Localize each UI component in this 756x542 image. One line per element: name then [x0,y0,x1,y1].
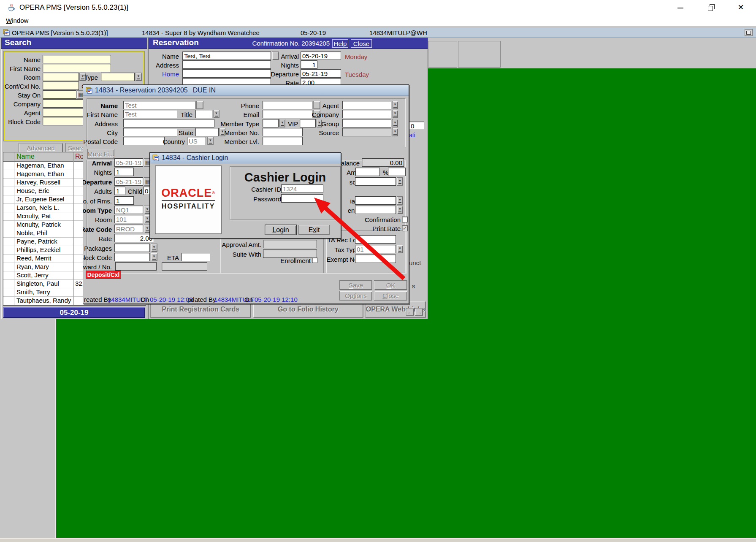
din-city-input[interactable] [123,128,177,136]
din-rms-input[interactable] [114,196,134,205]
guest-name-cell[interactable]: Noble, Phil [16,229,47,237]
din-vip-input[interactable] [300,119,316,127]
din-adults-input[interactable] [114,187,125,195]
row-selector-cell[interactable] [3,238,14,246]
din-email-input[interactable] [263,110,312,118]
din-specials-input[interactable] [355,196,396,205]
cashier-id-input[interactable] [281,184,323,193]
save-button[interactable]: Save [339,280,372,290]
row-selector-cell[interactable] [3,305,14,306]
din-name-button[interactable] [196,101,203,109]
din-printrate-checkbox[interactable]: ✓ [402,225,408,231]
search-firstname-input[interactable] [43,64,111,72]
din-tarecloc-input[interactable] [355,235,396,244]
nav-back-button[interactable]: ← [406,308,414,316]
din-approvalamt-input[interactable] [263,240,317,248]
guest-name-cell[interactable]: Singleton, Paul [16,280,59,287]
row-selector-cell[interactable] [3,280,14,288]
exit-button[interactable]: Exit [298,225,330,235]
due-in-titlebar[interactable]: 14834 - Reservation 20394205 DUE IN [83,85,409,96]
guest-name-cell[interactable]: Ryan, Mary [16,263,49,271]
resv-nights-input[interactable] [301,60,317,69]
din-ratecode-input[interactable] [114,225,143,233]
dialog-close-button[interactable]: Close [374,291,407,301]
deposit-cxl-button[interactable]: Deposit/Cxl [86,271,121,279]
more-fields-button[interactable]: More Fi... [87,149,114,159]
restore-button[interactable] [702,0,719,15]
din-blockcode-input[interactable] [114,253,150,261]
guest-name-cell[interactable]: Larson, Nels L. [16,204,59,211]
din-company-dropdown[interactable]: ▼ [392,110,398,118]
row-selector-cell[interactable] [3,246,14,254]
din-amt-input[interactable] [355,168,380,176]
din-phone-button[interactable] [313,101,320,109]
row-selector-cell[interactable] [3,179,14,187]
din-nights-input[interactable] [114,168,134,176]
guest-name-cell[interactable]: Hageman, Ethan [16,162,64,169]
search-stayon-input[interactable] [43,90,76,99]
resv-departure-input[interactable] [301,69,341,78]
din-memberno-input[interactable] [263,128,303,136]
guest-name-cell[interactable]: House, Eric [16,187,49,195]
row-selector-cell[interactable] [3,195,14,203]
din-country-dropdown[interactable]: ▼ [207,137,214,145]
guest-name-cell[interactable]: Scott, Jerry [16,271,49,279]
din-exempt-input[interactable] [355,255,396,263]
din-source-input[interactable] [342,128,391,136]
row-selector-cell[interactable] [3,187,14,195]
din-agent-dropdown[interactable]: ▼ [392,101,398,109]
din-reason-input[interactable] [355,177,396,186]
din-comments-dropdown[interactable]: ▼ [397,206,403,214]
guest-name-cell[interactable]: Reed, Merrit [16,255,51,262]
din-group-input[interactable] [342,119,391,127]
din-name-input[interactable] [123,101,195,109]
din-phone-input[interactable] [263,101,312,109]
din-arrival-input[interactable] [114,158,143,167]
login-button[interactable]: Login [265,225,296,235]
password-input[interactable] [281,194,323,203]
din-taxtype-dropdown[interactable]: ▼ [397,245,403,253]
cashier-titlebar[interactable]: 14834 - Cashier Login [150,153,341,163]
minimize-button[interactable] [672,0,689,15]
options-button[interactable]: Options [339,291,372,301]
name-column-header[interactable]: Name [16,153,35,160]
din-memberlvl-input[interactable] [263,137,303,145]
row-selector-cell[interactable] [3,288,14,296]
din-firstname-input[interactable] [123,110,177,118]
guest-name-cell[interactable]: Mcnulty, Pat [16,212,51,220]
din-membertype-dropdown[interactable]: ▼ [279,119,285,127]
row-selector-cell[interactable] [3,212,14,220]
din-group-dropdown[interactable]: ▼ [392,119,398,127]
search-room-input[interactable] [43,73,79,81]
table-row[interactable]: Test, Test101 [3,305,146,306]
guest-name-cell[interactable]: Test, Test [16,305,43,306]
guest-name-cell[interactable]: Tautphaeus, Randy [16,297,71,304]
din-title-input[interactable] [195,110,212,118]
guest-name-cell[interactable]: Hageman, Ethan [16,170,64,178]
row-selector-cell[interactable] [3,170,14,178]
din-country-input[interactable] [187,137,206,145]
guest-name-cell[interactable]: Phillips, Ezekiel [16,246,60,254]
din-room-input[interactable] [114,215,143,223]
header-restore-icon[interactable] [745,29,753,36]
row-selector-cell[interactable] [3,297,14,305]
din-membertype-input[interactable] [263,119,279,127]
din-rate-input[interactable] [114,234,154,242]
din-pct-input[interactable] [388,168,406,176]
din-address-input[interactable] [123,119,214,127]
nav-forward-button[interactable]: → [415,308,423,316]
search-conf-input[interactable] [43,81,79,90]
resv-name-button[interactable] [272,51,279,60]
din-roomtype-input[interactable] [114,206,143,214]
resv-home-input[interactable] [182,69,271,78]
menu-window[interactable]: Window [6,16,28,24]
search-name-input[interactable] [43,55,111,63]
help-button[interactable]: Help [332,39,348,48]
din-confirmation-checkbox[interactable] [402,217,408,222]
din-taxtype-input[interactable] [355,245,396,253]
close-button[interactable]: × [732,0,749,15]
guest-name-cell[interactable]: Jr, Eugene Besel [16,195,64,203]
reservation-close-button[interactable]: Close [351,39,372,48]
din-departure-input[interactable] [114,177,143,186]
din-state-input[interactable] [195,128,219,136]
